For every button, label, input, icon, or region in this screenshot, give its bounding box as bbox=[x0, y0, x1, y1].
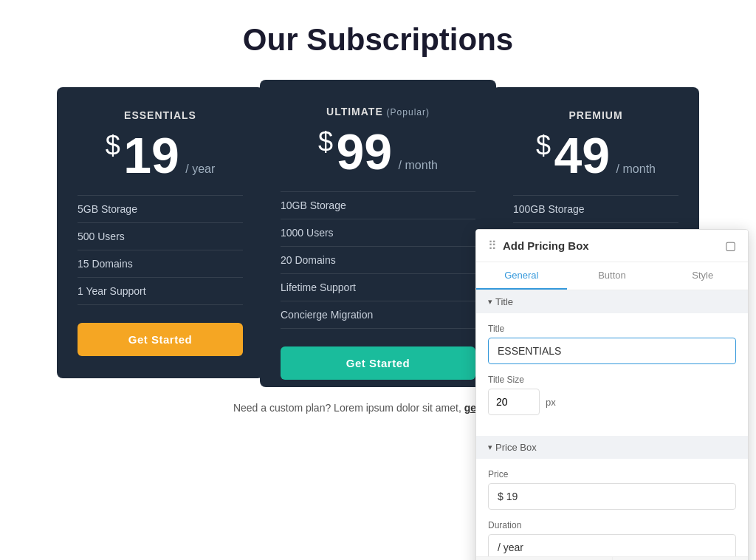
title-section-label: Title bbox=[495, 296, 513, 307]
price-box-section-header[interactable]: ▾ Price Box bbox=[476, 436, 748, 459]
tab-general[interactable]: General bbox=[476, 262, 567, 290]
panel-footer: Save Cancel bbox=[476, 556, 748, 560]
price-field-group: Price bbox=[488, 469, 736, 510]
title-section-header[interactable]: ▾ Title bbox=[476, 290, 748, 313]
list-item: 500 Users bbox=[78, 223, 243, 250]
price-amount-ultimate: 99 bbox=[337, 123, 393, 180]
page-title: Our Subscriptions bbox=[15, 22, 741, 58]
title-size-group: Title Size px bbox=[488, 375, 736, 415]
list-item: 100GB Storage bbox=[513, 195, 678, 223]
duration-field-label: Duration bbox=[488, 520, 736, 530]
page-wrapper: Our Subscriptions ESSENTIALS $ 19 / year… bbox=[0, 0, 756, 560]
dollar-sign-ultimate: $ bbox=[318, 126, 333, 157]
title-field-label: Title bbox=[488, 324, 736, 334]
title-field-group: Title bbox=[488, 324, 736, 364]
dollar-sign-premium: $ bbox=[536, 130, 551, 160]
feature-list-essentials: 5GB Storage 500 Users 15 Domains 1 Year … bbox=[78, 195, 243, 305]
price-amount-essentials: 19 bbox=[123, 127, 179, 183]
list-item: 20 Domains bbox=[281, 247, 475, 274]
list-item: 15 Domains bbox=[78, 250, 243, 278]
get-started-button-ultimate[interactable]: Get Started bbox=[281, 346, 475, 380]
card-title-essentials: ESSENTIALS bbox=[78, 109, 243, 121]
get-started-button-essentials[interactable]: Get Started bbox=[78, 323, 243, 356]
panel-scroll-area: ▾ Title Title Title Size px ▾ bbox=[476, 290, 748, 556]
minimize-icon[interactable]: ▢ bbox=[725, 239, 736, 253]
price-box-section-label: Price Box bbox=[495, 442, 537, 453]
title-input[interactable] bbox=[488, 338, 736, 364]
panel-header: ⠿ Add Pricing Box ▢ bbox=[476, 230, 748, 262]
price-period-essentials: / year bbox=[185, 163, 215, 175]
feature-list-premium: 100GB Storage bbox=[513, 195, 678, 223]
feature-list-ultimate: 10GB Storage 1000 Users 20 Domains Lifet… bbox=[281, 191, 475, 329]
pricing-card-ultimate: ULTIMATE (Popular) $ 99 / month 10GB Sto… bbox=[260, 80, 496, 387]
title-size-input[interactable] bbox=[488, 389, 540, 415]
panel-header-left: ⠿ Add Pricing Box bbox=[488, 239, 589, 253]
title-size-label: Title Size bbox=[488, 375, 736, 385]
price-display-ultimate: $ 99 / month bbox=[281, 126, 475, 177]
dollar-sign-essentials: $ bbox=[106, 130, 120, 160]
price-period-premium: / month bbox=[616, 163, 656, 175]
add-pricing-box-panel: ⠿ Add Pricing Box ▢ General Button Style… bbox=[475, 229, 749, 560]
tab-style[interactable]: Style bbox=[657, 262, 748, 290]
title-size-unit: px bbox=[546, 397, 556, 408]
list-item: 1 Year Support bbox=[78, 278, 243, 305]
drag-icon: ⠿ bbox=[488, 239, 497, 253]
price-box-section-body: Price Duration bbox=[476, 459, 748, 556]
cancel-button[interactable]: Cancel bbox=[613, 557, 749, 560]
price-amount-premium: 49 bbox=[554, 127, 611, 183]
duration-input[interactable] bbox=[488, 534, 736, 556]
price-display-premium: $ 49 / month bbox=[513, 130, 678, 180]
card-title-premium: PREMIUM bbox=[513, 109, 678, 121]
price-display-essentials: $ 19 / year bbox=[78, 130, 243, 180]
list-item: Lifetime Support bbox=[281, 274, 475, 301]
price-input[interactable] bbox=[488, 483, 736, 510]
chevron-down-icon: ▾ bbox=[488, 297, 492, 307]
chevron-down-icon-2: ▾ bbox=[488, 443, 492, 452]
tab-button[interactable]: Button bbox=[567, 262, 658, 290]
card-title-ultimate: ULTIMATE (Popular) bbox=[281, 106, 475, 117]
panel-header-title: Add Pricing Box bbox=[503, 239, 589, 252]
title-size-row: px bbox=[488, 389, 736, 415]
price-period-ultimate: / month bbox=[399, 159, 438, 171]
list-item: Concierge Migration bbox=[281, 301, 475, 329]
list-item: 10GB Storage bbox=[281, 191, 475, 219]
price-field-label: Price bbox=[488, 469, 736, 479]
pricing-card-essentials: ESSENTIALS $ 19 / year 5GB Storage 500 U… bbox=[57, 87, 264, 378]
panel-tabs: General Button Style bbox=[476, 262, 748, 290]
title-section-body: Title Title Size px bbox=[476, 313, 748, 436]
save-button[interactable]: Save bbox=[476, 557, 613, 560]
duration-field-group: Duration bbox=[488, 520, 736, 556]
list-item: 1000 Users bbox=[281, 219, 475, 247]
list-item: 5GB Storage bbox=[78, 195, 243, 223]
